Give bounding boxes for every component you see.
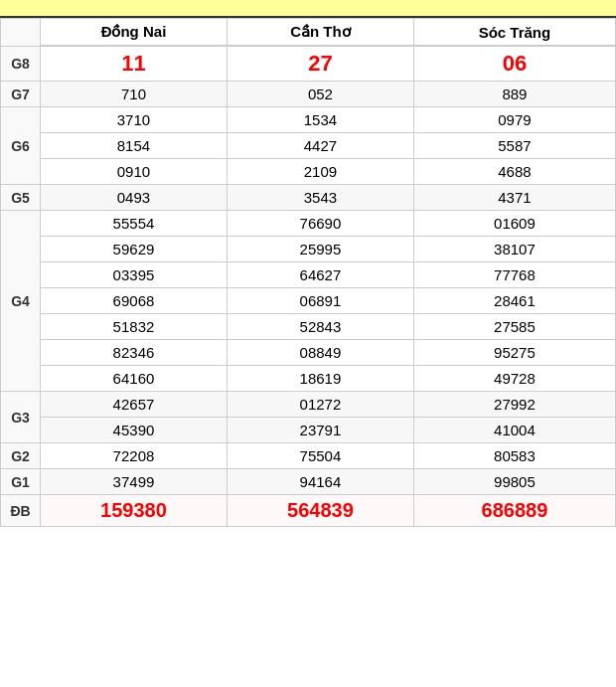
cell-g5-col2: 4371 (413, 185, 615, 211)
cell-g4-r5-col1: 08849 (227, 340, 413, 366)
cell-g4-r0-col0: 55554 (41, 211, 228, 237)
cell-g4-r4-col2: 27585 (413, 314, 615, 340)
cell-g3-r0-col1: 01272 (227, 392, 413, 418)
cell-g4-r2-col2: 77768 (413, 262, 615, 288)
col-header-dongnai: Đồng Nai (41, 19, 228, 47)
label-g3: G3 (1, 392, 41, 443)
cell-g6-r1-col2: 5587 (413, 133, 615, 159)
cell-g8-col0: 11 (41, 46, 228, 82)
cell-g4-r5-col2: 95275 (413, 340, 615, 366)
cell-g4-r6-col2: 49728 (413, 366, 615, 392)
cell-g1-col2: 99805 (413, 469, 615, 495)
cell-g5-col0: 0493 (41, 185, 228, 211)
col-header-soctrang: Sóc Trăng (413, 19, 615, 47)
cell-g5-col1: 3543 (227, 185, 413, 211)
lottery-table: Đồng Nai Cần Thơ Sóc Trăng G8112706G7710… (0, 18, 616, 527)
cell-g6-r2-col0: 0910 (41, 159, 228, 185)
cell-g6-r1-col1: 4427 (227, 133, 413, 159)
label-g1: G1 (1, 469, 41, 495)
label-g5: G5 (1, 185, 41, 211)
cell-g4-r4-col1: 52843 (227, 314, 413, 340)
cell-g6-r0-col0: 3710 (41, 107, 228, 133)
cell-g4-r1-col0: 59629 (41, 237, 228, 262)
label-g4: G4 (1, 211, 41, 392)
cell-g6-r2-col1: 2109 (227, 159, 413, 185)
label-db: ĐB (1, 495, 41, 527)
col-header-empty (1, 19, 41, 47)
cell-g3-r1-col2: 41004 (413, 418, 615, 443)
cell-g4-r3-col2: 28461 (413, 288, 615, 314)
cell-g4-r0-col2: 01609 (413, 211, 615, 237)
cell-g6-r0-col1: 1534 (227, 107, 413, 133)
cell-g4-r2-col1: 64627 (227, 262, 413, 288)
cell-g7-col0: 710 (41, 82, 228, 107)
cell-g6-r0-col2: 0979 (413, 107, 615, 133)
cell-g4-r2-col0: 03395 (41, 262, 228, 288)
cell-g7-col2: 889 (413, 82, 615, 107)
cell-g6-r2-col2: 4688 (413, 159, 615, 185)
label-g7: G7 (1, 82, 41, 107)
cell-g2-col1: 75504 (227, 443, 413, 469)
cell-g2-col0: 72208 (41, 443, 228, 469)
cell-g1-col1: 94164 (227, 469, 413, 495)
col-header-cantho: Cần Thơ (227, 19, 413, 47)
cell-g4-r5-col0: 82346 (41, 340, 228, 366)
cell-g4-r1-col1: 25995 (227, 237, 413, 262)
cell-db-col2: 686889 (413, 495, 615, 527)
cell-db-col0: 159380 (41, 495, 228, 527)
cell-g4-r3-col0: 69068 (41, 288, 228, 314)
cell-g1-col0: 37499 (41, 469, 228, 495)
cell-g8-col1: 27 (227, 46, 413, 82)
cell-g6-r1-col0: 8154 (41, 133, 228, 159)
label-g2: G2 (1, 443, 41, 469)
cell-g4-r3-col1: 06891 (227, 288, 413, 314)
cell-g4-r0-col1: 76690 (227, 211, 413, 237)
cell-g3-r0-col0: 42657 (41, 392, 228, 418)
page-header (0, 0, 616, 18)
cell-g4-r6-col0: 64160 (41, 366, 228, 392)
cell-g3-r0-col2: 27992 (413, 392, 615, 418)
cell-g4-r4-col0: 51832 (41, 314, 228, 340)
cell-g2-col2: 80583 (413, 443, 615, 469)
label-g6: G6 (1, 107, 41, 185)
cell-g4-r1-col2: 38107 (413, 237, 615, 262)
cell-g4-r6-col1: 18619 (227, 366, 413, 392)
label-g8: G8 (1, 46, 41, 82)
cell-db-col1: 564839 (227, 495, 413, 527)
cell-g8-col2: 06 (413, 46, 615, 82)
cell-g7-col1: 052 (227, 82, 413, 107)
cell-g3-r1-col0: 45390 (41, 418, 228, 443)
cell-g3-r1-col1: 23791 (227, 418, 413, 443)
